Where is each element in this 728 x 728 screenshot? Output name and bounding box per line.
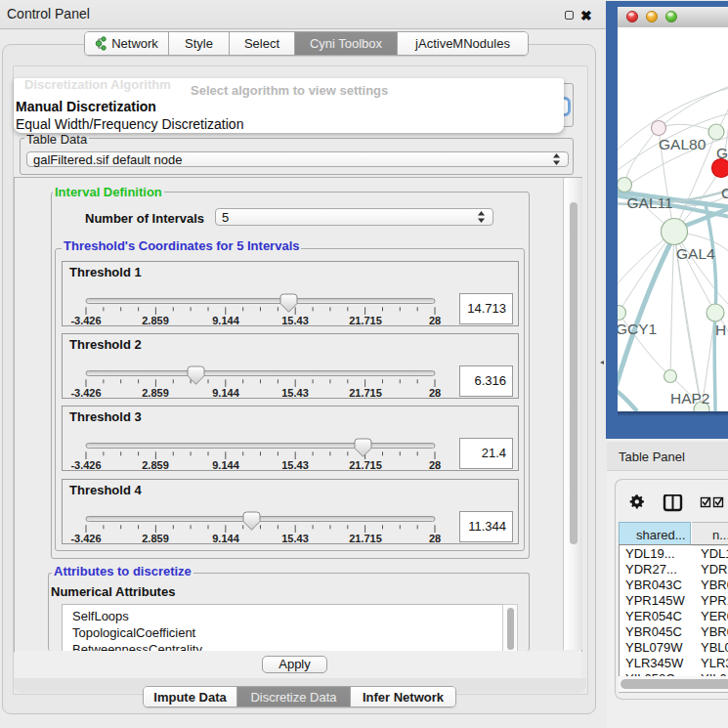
svg-text:C: C	[721, 185, 728, 201]
svg-text:GAL11: GAL11	[627, 194, 673, 211]
svg-text:GAL80: GAL80	[659, 136, 707, 152]
svg-text:HAP2: HAP2	[670, 390, 710, 407]
svg-text:GAL4: GAL4	[676, 245, 715, 262]
svg-text:G.: G.	[716, 145, 728, 161]
svg-text:H: H	[715, 321, 726, 338]
svg-text:GCY1: GCY1	[618, 321, 657, 337]
